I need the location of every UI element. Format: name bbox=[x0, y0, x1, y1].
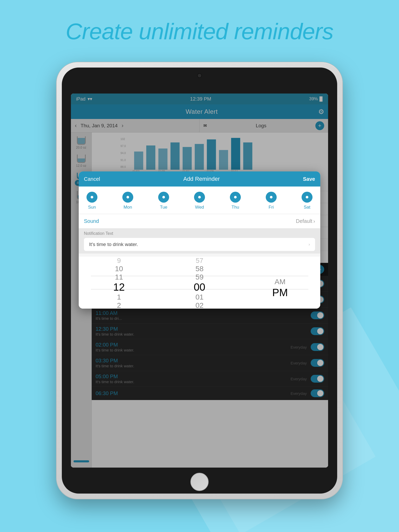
time-picker[interactable]: 9 10 11 12 1 2 3 57 58 59 bbox=[79, 257, 320, 309]
modal-overlay: Cancel Add Reminder Save Sun Mon bbox=[71, 94, 328, 468]
day-sun[interactable]: Sun bbox=[87, 192, 97, 210]
day-label-wed: Wed bbox=[195, 205, 204, 210]
day-fri[interactable]: Fri bbox=[266, 192, 277, 210]
modal-box: Cancel Add Reminder Save Sun Mon bbox=[79, 171, 320, 309]
day-label-thu: Thu bbox=[231, 205, 239, 210]
ipad-outer: iPad ▾▾ 12:39 PM 39% ▉ Water Alert ⚙ ‹ bbox=[57, 62, 342, 499]
day-tue[interactable]: Tue bbox=[158, 192, 169, 210]
day-selector: Sun Mon Tue Wed bbox=[79, 187, 320, 214]
day-circle-wed bbox=[194, 192, 205, 203]
day-circle-sun bbox=[87, 192, 97, 203]
modal-cancel-button[interactable]: Cancel bbox=[84, 176, 100, 182]
modal-title: Add Reminder bbox=[183, 176, 220, 182]
day-label-sun: Sun bbox=[88, 205, 96, 210]
day-circle-tue bbox=[158, 192, 169, 203]
day-circle-sat bbox=[302, 192, 312, 203]
day-label-fri: Fri bbox=[269, 205, 274, 210]
minutes-column[interactable]: 57 58 59 00 01 02 03 bbox=[159, 257, 240, 309]
hour-10: 10 bbox=[79, 265, 159, 273]
day-circle-fri bbox=[266, 192, 277, 203]
modal-header: Cancel Add Reminder Save bbox=[79, 171, 320, 187]
min-59: 59 bbox=[159, 273, 240, 281]
hour-2: 2 bbox=[79, 301, 159, 309]
ipad-device: iPad ▾▾ 12:39 PM 39% ▉ Water Alert ⚙ ‹ bbox=[57, 62, 342, 499]
notif-section-header: Notification Text bbox=[84, 231, 315, 236]
notif-chevron-icon: › bbox=[309, 242, 310, 247]
sound-label: Sound bbox=[84, 218, 99, 224]
day-label-mon: Mon bbox=[123, 205, 132, 210]
min-57: 57 bbox=[159, 257, 240, 265]
day-circle-mon bbox=[122, 192, 133, 203]
day-mon[interactable]: Mon bbox=[122, 192, 133, 210]
camera-icon bbox=[197, 73, 202, 78]
page-heading: Create unlimited reminders bbox=[0, 18, 399, 45]
sound-chevron-icon: › bbox=[313, 218, 315, 224]
modal-save-button[interactable]: Save bbox=[303, 176, 315, 182]
period-column[interactable]: AM PM bbox=[240, 257, 320, 309]
min-00-selected: 00 bbox=[159, 281, 240, 293]
hour-9: 9 bbox=[79, 257, 159, 265]
period-am[interactable]: AM bbox=[240, 277, 320, 287]
day-sat[interactable]: Sat bbox=[302, 192, 312, 210]
hours-column[interactable]: 9 10 11 12 1 2 3 bbox=[79, 257, 159, 309]
day-circle-thu bbox=[230, 192, 241, 203]
sound-row[interactable]: Sound Default › bbox=[79, 214, 320, 229]
hour-11: 11 bbox=[79, 273, 159, 281]
day-label-tue: Tue bbox=[160, 205, 168, 210]
day-label-sat: Sat bbox=[304, 205, 310, 210]
notif-text-value: It's time to drink water. bbox=[89, 242, 138, 247]
min-01: 01 bbox=[159, 293, 240, 301]
day-thu[interactable]: Thu bbox=[230, 192, 241, 210]
sound-value: Default › bbox=[296, 218, 315, 224]
min-02: 02 bbox=[159, 301, 240, 309]
notif-text-row[interactable]: It's time to drink water. › bbox=[84, 238, 315, 251]
notif-section: Notification Text It's time to drink wat… bbox=[79, 229, 320, 254]
home-button[interactable] bbox=[190, 473, 209, 491]
min-58: 58 bbox=[159, 265, 240, 273]
hour-12-selected: 12 bbox=[79, 281, 159, 293]
ipad-screen: iPad ▾▾ 12:39 PM 39% ▉ Water Alert ⚙ ‹ bbox=[71, 94, 328, 468]
day-wed[interactable]: Wed bbox=[194, 192, 205, 210]
hour-1: 1 bbox=[79, 293, 159, 301]
period-pm-selected[interactable]: PM bbox=[240, 287, 320, 298]
